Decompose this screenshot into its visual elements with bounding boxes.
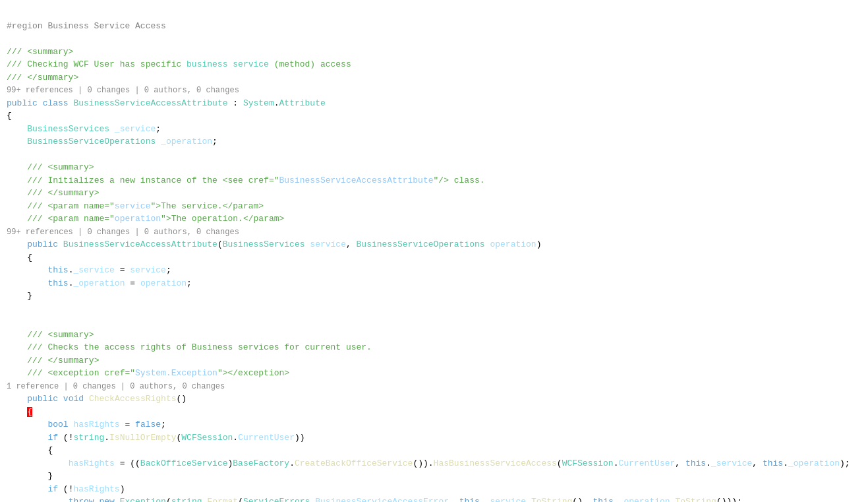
comment-summary-open: /// <summary> bbox=[7, 47, 73, 57]
if-close-brace: } bbox=[47, 471, 53, 481]
assign-operation: this._operation = operation; bbox=[47, 278, 191, 288]
if-not-rights: if (!hasRights) bbox=[47, 484, 125, 494]
method-declaration: public void CheckAccessRights() bbox=[7, 394, 187, 404]
meta-references-3: 1 reference | 0 changes | 0 authors, 0 c… bbox=[7, 382, 225, 391]
class-open-brace: { bbox=[7, 111, 12, 121]
throw-statement: throw new Exception(string.Format(Servic… bbox=[69, 497, 742, 502]
code-editor: #region Business Service Access /// <sum… bbox=[7, 7, 868, 502]
param-operation-doc: /// <param name="operation">The operatio… bbox=[27, 214, 284, 224]
if-open-brace: { bbox=[47, 445, 53, 455]
comment-summary-text: /// Checking WCF User has specific busin… bbox=[7, 59, 351, 69]
check-summary-open: /// <summary> bbox=[27, 330, 94, 340]
meta-references-1: 99+ references | 0 changes | 0 authors, … bbox=[7, 86, 239, 95]
field-service: BusinessServices _service; bbox=[27, 124, 161, 134]
region-marker: #region Business Service Access bbox=[7, 21, 166, 31]
comment-summary-close: /// </summary> bbox=[7, 73, 78, 82]
param-service-doc: /// <param name="service">The service.</… bbox=[27, 201, 264, 211]
class-declaration: public class BusinessServiceAccessAttrib… bbox=[7, 98, 326, 108]
method-open-brace-error: { bbox=[27, 407, 32, 417]
field-operation: BusinessServiceOperations _operation; bbox=[27, 137, 217, 146]
constructor-open-brace: { bbox=[27, 253, 32, 263]
check-summary-close: /// </summary> bbox=[27, 356, 99, 365]
if-statement: if (!string.IsNullOrEmpty(WCFSession.Cur… bbox=[47, 433, 304, 443]
meta-references-2: 99+ references | 0 changes | 0 authors, … bbox=[7, 228, 239, 237]
bool-declaration: bool hasRights = false; bbox=[47, 420, 165, 429]
constructor-close-brace: } bbox=[27, 291, 32, 301]
check-summary-text: /// Checks the access rights of Business… bbox=[27, 342, 372, 352]
has-rights-assign: hasRights = ((BackOfficeService)BaseFact… bbox=[69, 458, 850, 468]
exception-doc: /// <exception cref="System.Exception"><… bbox=[27, 368, 289, 378]
method-summary-open: /// <summary> bbox=[27, 162, 94, 172]
constructor-declaration: public BusinessServiceAccessAttribute(Bu… bbox=[7, 239, 541, 249]
method-summary-text: /// Initializes a new instance of the <s… bbox=[27, 175, 484, 185]
method-summary-close: /// </summary> bbox=[27, 188, 99, 198]
assign-service: this._service = service; bbox=[47, 265, 171, 275]
